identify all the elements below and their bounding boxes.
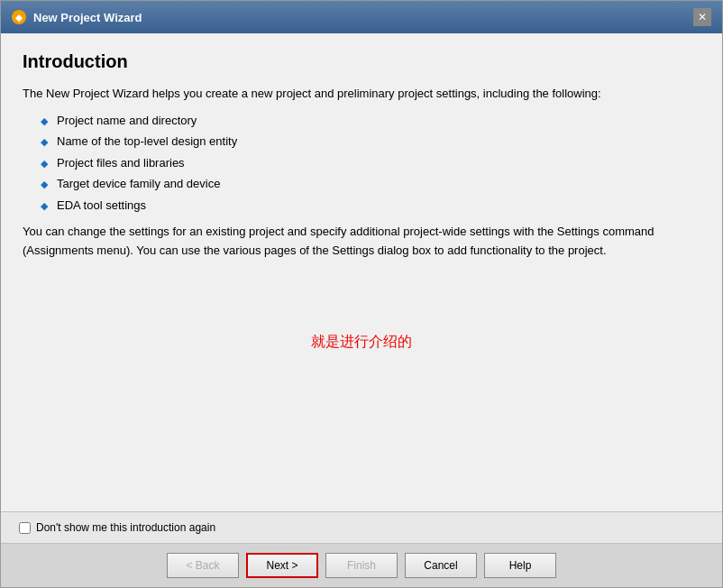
additional-paragraph: You can change the settings for an exist… — [23, 223, 700, 261]
bullet-icon: ◆ — [41, 198, 48, 214]
section-title: Introduction — [23, 51, 700, 72]
bottom-area: Don't show me this introduction again < … — [1, 511, 722, 587]
finish-button[interactable]: Finish — [325, 553, 398, 578]
bullet-icon: ◆ — [41, 177, 48, 192]
cancel-button[interactable]: Cancel — [405, 553, 477, 578]
close-button[interactable]: ✕ — [693, 8, 711, 26]
title-bar: ◆ New Project Wizard ✕ — [1, 1, 722, 33]
next-button[interactable]: Next > — [246, 553, 318, 578]
bullet-icon: ◆ — [41, 114, 48, 129]
list-item: ◆Target device family and device — [41, 175, 700, 193]
checkbox-row: Don't show me this introduction again — [1, 512, 722, 544]
list-item: ◆Project files and libraries — [41, 154, 700, 172]
checkbox-label[interactable]: Don't show me this introduction again — [36, 521, 215, 534]
back-button[interactable]: < Back — [167, 553, 239, 578]
bullet-icon: ◆ — [41, 156, 48, 171]
wizard-icon: ◆ — [12, 10, 26, 24]
button-row: < Back Next > Finish Cancel Help — [1, 544, 722, 587]
content-area: Introduction The New Project Wizard help… — [1, 33, 722, 511]
annotation-text: 就是进行介绍的 — [23, 333, 700, 352]
dont-show-checkbox[interactable] — [19, 522, 31, 534]
intro-paragraph: The New Project Wizard helps you create … — [23, 85, 700, 103]
help-button[interactable]: Help — [484, 553, 556, 578]
title-bar-left: ◆ New Project Wizard — [12, 10, 142, 24]
new-project-wizard-dialog: ◆ New Project Wizard ✕ Introduction The … — [0, 0, 723, 588]
list-item: ◆Project name and directory — [41, 112, 700, 130]
list-item: ◆Name of the top-level design entity — [41, 133, 700, 151]
bullet-icon: ◆ — [41, 134, 48, 150]
dialog-title: New Project Wizard — [33, 11, 142, 24]
list-item: ◆EDA tool settings — [41, 197, 700, 215]
bullet-list: ◆Project name and directory◆Name of the … — [41, 112, 700, 215]
